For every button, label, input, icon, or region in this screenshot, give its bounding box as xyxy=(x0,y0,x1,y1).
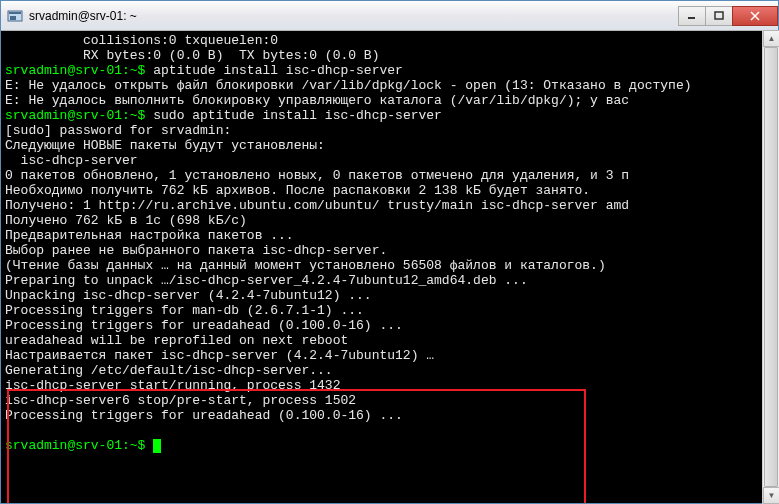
scroll-up-button[interactable]: ▲ xyxy=(763,30,779,47)
output-line: Preparing to unpack …/isc-dhcp-server_4.… xyxy=(5,273,774,288)
output-line: Настраивается пакет isc-dhcp-server (4.2… xyxy=(5,348,774,363)
app-icon xyxy=(7,8,23,24)
terminal-window: srvadmin@srv-01: ~ collisions:0 txqueuel… xyxy=(0,0,779,504)
prompt: srvadmin@srv-01:~$ xyxy=(5,108,153,123)
svg-rect-4 xyxy=(715,12,723,19)
output-line: Получено: 1 http://ru.archive.ubuntu.com… xyxy=(5,198,774,213)
svg-rect-2 xyxy=(10,16,16,20)
output-line: Generating /etc/default/isc-dhcp-server.… xyxy=(5,363,774,378)
window-title: srvadmin@srv-01: ~ xyxy=(29,9,679,23)
maximize-button[interactable] xyxy=(705,6,733,26)
output-line: isc-dhcp-server6 stop/pre-start, process… xyxy=(5,393,774,408)
window-controls xyxy=(679,6,778,26)
scroll-track[interactable] xyxy=(763,47,779,487)
minimize-button[interactable] xyxy=(678,6,706,26)
output-line: isc-dhcp-server xyxy=(5,153,774,168)
command: aptitude install isc-dhcp-server xyxy=(153,63,403,78)
prompt-line: srvadmin@srv-01:~$ sudo aptitude install… xyxy=(5,108,774,123)
output-line: Unpacking isc-dhcp-server (4.2.4-7ubuntu… xyxy=(5,288,774,303)
prompt-line: srvadmin@srv-01:~$ aptitude install isc-… xyxy=(5,63,774,78)
prompt: srvadmin@srv-01:~$ xyxy=(5,63,153,78)
output-line: E: Не удалось открыть файл блокировки /v… xyxy=(5,78,774,93)
titlebar[interactable]: srvadmin@srv-01: ~ xyxy=(1,1,778,31)
output-line: collisions:0 txqueuelen:0 xyxy=(5,33,774,48)
output-line: Следующие НОВЫЕ пакеты будут установлены… xyxy=(5,138,774,153)
prompt-line: srvadmin@srv-01:~$ xyxy=(5,438,774,453)
output-line: Processing triggers for ureadahead (0.10… xyxy=(5,408,774,423)
vertical-scrollbar[interactable]: ▲ ▼ xyxy=(762,30,779,504)
output-line: E: Не удалось выполнить блокировку управ… xyxy=(5,93,774,108)
output-line: Processing triggers for man-db (2.6.7.1-… xyxy=(5,303,774,318)
output-line: [sudo] password for srvadmin: xyxy=(5,123,774,138)
svg-rect-1 xyxy=(9,12,21,14)
close-button[interactable] xyxy=(732,6,778,26)
terminal-area[interactable]: collisions:0 txqueuelen:0 RX bytes:0 (0.… xyxy=(1,31,778,503)
output-line: 0 пакетов обновлено, 1 установлено новых… xyxy=(5,168,774,183)
cursor xyxy=(153,439,161,453)
output-line: RX bytes:0 (0.0 B) TX bytes:0 (0.0 B) xyxy=(5,48,774,63)
prompt: srvadmin@srv-01:~$ xyxy=(5,438,153,453)
output-line: ureadahead will be reprofiled on next re… xyxy=(5,333,774,348)
output-line: Processing triggers for ureadahead (0.10… xyxy=(5,318,774,333)
output-line: Получено 762 kБ в 1с (698 kБ/с) xyxy=(5,213,774,228)
output-line: Выбор ранее не выбранного пакета isc-dhc… xyxy=(5,243,774,258)
output-line: Необходимо получить 762 kБ архивов. Посл… xyxy=(5,183,774,198)
output-line: Предварительная настройка пакетов ... xyxy=(5,228,774,243)
command: sudo aptitude install isc-dhcp-server xyxy=(153,108,442,123)
scroll-thumb[interactable] xyxy=(764,47,778,487)
output-line xyxy=(5,423,774,438)
output-line: isc-dhcp-server start/running, process 1… xyxy=(5,378,774,393)
output-line: (Чтение базы данных … на данный момент у… xyxy=(5,258,774,273)
scroll-down-button[interactable]: ▼ xyxy=(763,487,779,504)
